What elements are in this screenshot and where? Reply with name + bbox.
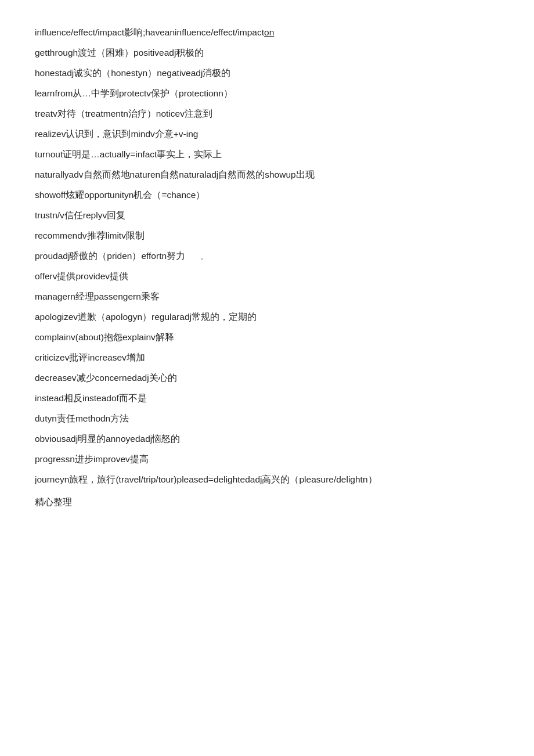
line19: instead相反insteadof而不是 bbox=[35, 389, 499, 407]
line12: proudadj骄傲的（priden）effortn努力 。 bbox=[35, 247, 499, 265]
line22: progressn进步improvev提高 bbox=[35, 450, 499, 468]
line5: treatv对待（treatmentn治疗）noticev注意到 bbox=[35, 105, 499, 123]
line17: criticizev批评increasev增加 bbox=[35, 348, 499, 366]
line10: trustn/v信任replyv回复 bbox=[35, 206, 499, 224]
footer-note: 精心整理 bbox=[35, 493, 499, 511]
line2: getthrough渡过（困难）positiveadj积极的 bbox=[35, 44, 499, 62]
line1: influence/effect/impact影响;haveaninfluenc… bbox=[35, 23, 499, 41]
line16: complainv(about)抱怨explainv解释 bbox=[35, 328, 499, 346]
line21: obviousadj明显的annoyedadj恼怒的 bbox=[35, 430, 499, 448]
line11: recommendv推荐limitv限制 bbox=[35, 226, 499, 244]
line3: honestadj诚实的（honestyn）negativeadj消极的 bbox=[35, 64, 499, 82]
line4: learnfrom从…中学到protectv保护（protectionn） bbox=[35, 84, 499, 102]
line9: showoff炫耀opportunityn机会（=chance） bbox=[35, 186, 499, 204]
line20: dutyn责任methodn方法 bbox=[35, 409, 499, 427]
vocabulary-list: influence/effect/impact影响;haveaninfluenc… bbox=[35, 23, 499, 511]
line15: apologizev道歉（apologyn）regularadj常规的，定期的 bbox=[35, 308, 499, 326]
line7: turnout证明是…actually=infact事实上，实际上 bbox=[35, 145, 499, 163]
underline-on: on bbox=[264, 27, 274, 37]
line13: offerv提供providev提供 bbox=[35, 267, 499, 285]
line6: realizev认识到，意识到mindv介意+v-ing bbox=[35, 125, 499, 143]
line18: decreasev减少concernedadj关心的 bbox=[35, 369, 499, 387]
line23: journeyn旅程，旅行(travel/trip/tour)pleased=d… bbox=[35, 470, 499, 488]
line8: naturallyadv自然而然地naturen自然naturaladj自然而然… bbox=[35, 165, 499, 183]
line14: managern经理passengern乘客 bbox=[35, 287, 499, 305]
